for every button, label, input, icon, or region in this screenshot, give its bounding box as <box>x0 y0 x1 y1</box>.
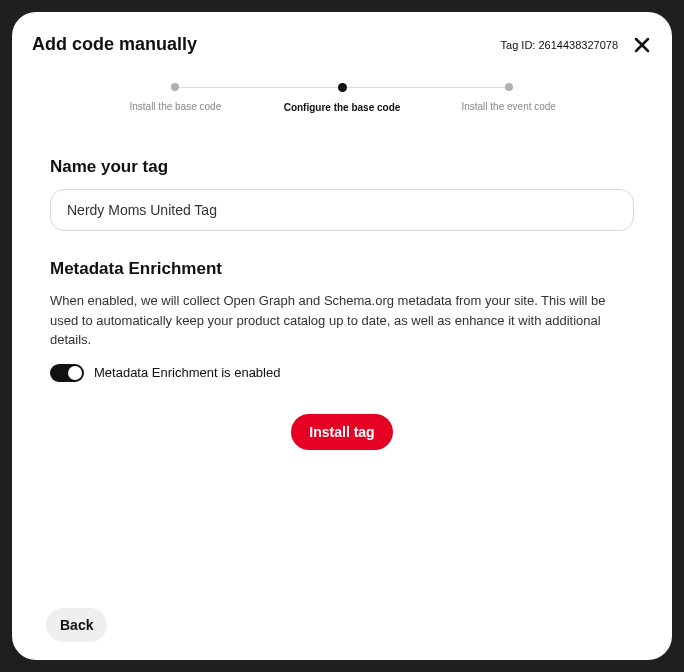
step-connector <box>175 87 342 88</box>
step-connector <box>342 87 509 88</box>
modal-header: Add code manually Tag ID: 2614438327078 <box>32 34 652 55</box>
back-button[interactable]: Back <box>46 608 107 642</box>
metadata-toggle-label: Metadata Enrichment is enabled <box>94 365 280 380</box>
step-label: Install the event code <box>461 101 556 112</box>
step-dot-icon <box>338 83 347 92</box>
add-code-manually-modal: Add code manually Tag ID: 2614438327078 … <box>12 12 672 660</box>
step-label: Install the base code <box>129 101 221 112</box>
metadata-description: When enabled, we will collect Open Graph… <box>50 291 634 350</box>
toggle-knob-icon <box>68 366 82 380</box>
modal-title: Add code manually <box>32 34 197 55</box>
name-tag-title: Name your tag <box>50 157 634 177</box>
close-button[interactable] <box>632 35 652 55</box>
name-tag-section: Name your tag <box>32 157 652 231</box>
metadata-toggle[interactable] <box>50 364 84 382</box>
step-dot-icon <box>505 83 513 91</box>
step-dot-icon <box>171 83 179 91</box>
step-install-base-code[interactable]: Install the base code <box>92 83 259 112</box>
metadata-enrichment-section: Metadata Enrichment When enabled, we wil… <box>32 259 652 382</box>
install-tag-button[interactable]: Install tag <box>291 414 392 450</box>
install-row: Install tag <box>32 414 652 450</box>
close-icon <box>634 37 650 53</box>
stepper: Install the base code Configure the base… <box>92 83 592 113</box>
step-label: Configure the base code <box>284 102 401 113</box>
metadata-title: Metadata Enrichment <box>50 259 634 279</box>
metadata-toggle-row: Metadata Enrichment is enabled <box>50 364 634 382</box>
header-right: Tag ID: 2614438327078 <box>501 35 652 55</box>
modal-footer: Back <box>32 608 652 642</box>
tag-id-label: Tag ID: 2614438327078 <box>501 39 618 51</box>
tag-name-input[interactable] <box>50 189 634 231</box>
